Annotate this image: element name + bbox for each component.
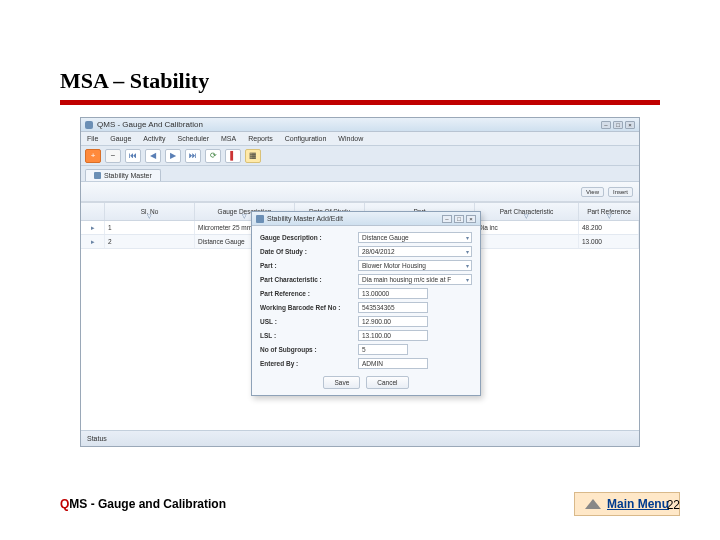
minimize-button[interactable]: – bbox=[601, 121, 611, 129]
toolbar-last-button[interactable]: ⏭ bbox=[185, 149, 201, 163]
workspace: View Insert Sl. No▽ Gauge Description▽ D… bbox=[81, 182, 639, 430]
filter-icon[interactable]: ▽ bbox=[524, 212, 529, 219]
col-part-ref[interactable]: Part Reference▽ bbox=[579, 203, 639, 220]
filter-icon[interactable]: ▽ bbox=[607, 212, 612, 219]
dialog-icon bbox=[256, 215, 264, 223]
menu-scheduler[interactable]: Scheduler bbox=[177, 135, 209, 142]
label-usl: USL : bbox=[260, 318, 352, 325]
save-button[interactable]: Save bbox=[323, 376, 360, 389]
dialog-minimize-button[interactable]: – bbox=[442, 215, 452, 223]
action-view[interactable]: View bbox=[581, 187, 604, 197]
menu-bar: File Gauge Activity Scheduler MSA Report… bbox=[81, 132, 639, 146]
slide-title: MSA – Stability bbox=[60, 68, 660, 94]
field-barcode[interactable]: 543534365 bbox=[358, 302, 428, 313]
menu-file[interactable]: File bbox=[87, 135, 98, 142]
filter-icon[interactable]: ▽ bbox=[147, 212, 152, 219]
maximize-button[interactable]: □ bbox=[613, 121, 623, 129]
dialog-maximize-button[interactable]: □ bbox=[454, 215, 464, 223]
title-underline bbox=[60, 100, 660, 105]
field-gauge-desc[interactable]: Distance Gauge bbox=[358, 232, 472, 243]
field-part-ref[interactable]: 13.00000 bbox=[358, 288, 428, 299]
label-entered-by: Entered By : bbox=[260, 360, 352, 367]
toolbar-next-button[interactable]: ▶ bbox=[165, 149, 181, 163]
close-button[interactable]: × bbox=[625, 121, 635, 129]
label-part: Part : bbox=[260, 262, 352, 269]
up-arrow-icon bbox=[585, 499, 601, 509]
page-number: 22 bbox=[667, 498, 680, 512]
menu-activity[interactable]: Activity bbox=[143, 135, 165, 142]
menu-window[interactable]: Window bbox=[338, 135, 363, 142]
label-barcode: Working Barcode Ref No : bbox=[260, 304, 352, 311]
col-slno[interactable]: Sl. No▽ bbox=[105, 203, 195, 220]
tab-icon bbox=[94, 172, 101, 179]
field-part-char[interactable]: Dia main housing m/c side at F bbox=[358, 274, 472, 285]
label-date: Date Of Study : bbox=[260, 248, 352, 255]
tab-stability-master[interactable]: Stability Master bbox=[85, 169, 161, 181]
col-part-char[interactable]: Part Characteristic▽ bbox=[475, 203, 579, 220]
app-title-text: QMS - Gauge And Calibration bbox=[97, 120, 203, 129]
toolbar-stop-button[interactable]: ▌ bbox=[225, 149, 241, 163]
tab-label: Stability Master bbox=[104, 172, 152, 179]
label-part-char: Part Characteristic : bbox=[260, 276, 352, 283]
field-part[interactable]: Blower Motor Housing bbox=[358, 260, 472, 271]
dialog-close-button[interactable]: × bbox=[466, 215, 476, 223]
dialog-stability-master: Stability Master Add/Edit – □ × Gauge De… bbox=[251, 211, 481, 396]
field-subgroups[interactable]: 5 bbox=[358, 344, 408, 355]
data-grid: Sl. No▽ Gauge Description▽ Date Of Study… bbox=[81, 202, 639, 430]
field-date[interactable]: 28/04/2012 bbox=[358, 246, 472, 257]
status-bar: Status bbox=[81, 430, 639, 446]
app-titlebar: QMS - Gauge And Calibration – □ × bbox=[81, 118, 639, 132]
label-gauge-desc: Gauge Description : bbox=[260, 234, 352, 241]
menu-msa[interactable]: MSA bbox=[221, 135, 236, 142]
workspace-header: View Insert bbox=[81, 182, 639, 202]
row-indicator: ▸ bbox=[81, 221, 105, 234]
main-menu-label: Main Menu bbox=[607, 497, 669, 511]
action-insert[interactable]: Insert bbox=[608, 187, 633, 197]
tab-row: Stability Master bbox=[81, 166, 639, 182]
label-lsl: LSL : bbox=[260, 332, 352, 339]
footer-title: QMS - Gauge and Calibration bbox=[60, 497, 226, 511]
menu-configuration[interactable]: Configuration bbox=[285, 135, 327, 142]
toolbar: + − ⏮ ◀ ▶ ⏭ ⟳ ▌ ▦ bbox=[81, 146, 639, 166]
label-part-ref: Part Reference : bbox=[260, 290, 352, 297]
label-subgroups: No of Subgroups : bbox=[260, 346, 352, 353]
dialog-titlebar: Stability Master Add/Edit – □ × bbox=[252, 212, 480, 226]
field-lsl[interactable]: 13.100.00 bbox=[358, 330, 428, 341]
window-buttons: – □ × bbox=[601, 121, 635, 129]
app-icon bbox=[85, 121, 93, 129]
slide-footer: QMS - Gauge and Calibration Main Menu bbox=[60, 492, 680, 516]
dialog-title-text: Stability Master Add/Edit bbox=[267, 215, 343, 222]
cancel-button[interactable]: Cancel bbox=[366, 376, 408, 389]
main-menu-button[interactable]: Main Menu bbox=[574, 492, 680, 516]
toolbar-delete-button[interactable]: − bbox=[105, 149, 121, 163]
menu-reports[interactable]: Reports bbox=[248, 135, 273, 142]
filter-icon[interactable]: ▽ bbox=[242, 212, 247, 219]
field-entered-by[interactable]: ADMIN bbox=[358, 358, 428, 369]
dialog-body: Gauge Description : Distance Gauge Date … bbox=[252, 226, 480, 395]
app-window: QMS - Gauge And Calibration – □ × File G… bbox=[80, 117, 640, 447]
toolbar-refresh-button[interactable]: ⟳ bbox=[205, 149, 221, 163]
toolbar-prev-button[interactable]: ◀ bbox=[145, 149, 161, 163]
menu-gauge[interactable]: Gauge bbox=[110, 135, 131, 142]
toolbar-calendar-button[interactable]: ▦ bbox=[245, 149, 261, 163]
toolbar-add-button[interactable]: + bbox=[85, 149, 101, 163]
row-indicator: ▸ bbox=[81, 235, 105, 248]
toolbar-first-button[interactable]: ⏮ bbox=[125, 149, 141, 163]
field-usl[interactable]: 12.900.00 bbox=[358, 316, 428, 327]
status-text: Status bbox=[87, 435, 107, 442]
